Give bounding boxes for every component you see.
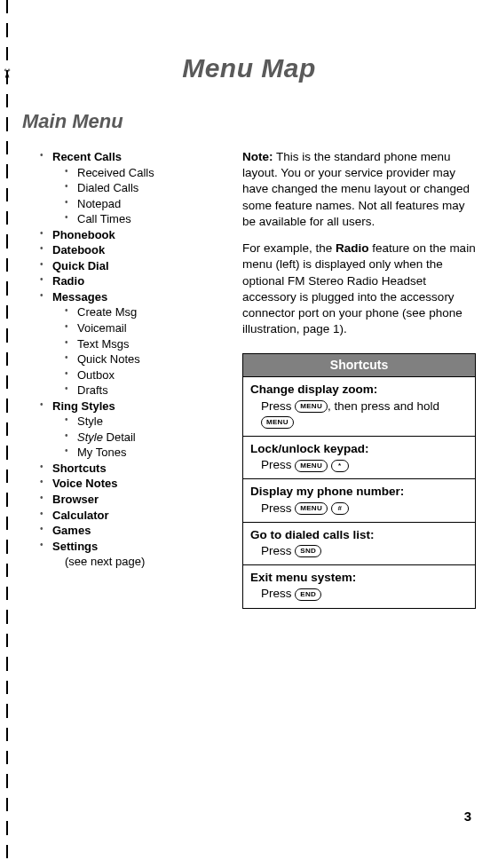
submenu-label: Notepad: [77, 197, 121, 210]
submenu-label: Quick Notes: [77, 352, 140, 366]
shortcut-title: Lock/unlock keypad:: [250, 441, 468, 457]
star-key-icon: *: [331, 460, 349, 472]
menu-item-messages: Messages Create Msg Voicemail Text Msgs …: [40, 289, 226, 398]
submenu-item: Quick Notes: [65, 351, 226, 367]
shortcut-item-dialed: Go to dialed calls list: Press SND: [243, 522, 475, 564]
submenu-item: Style: [65, 414, 226, 430]
menu-tree: Recent Calls Received Calls Dialed Calls…: [22, 149, 226, 609]
send-key-icon: SND: [295, 545, 321, 557]
shortcut-text: Press: [261, 399, 295, 413]
hash-key-icon: #: [331, 502, 349, 515]
menu-label: Calculator: [52, 509, 109, 522]
submenu-label: My Tones: [77, 446, 126, 459]
submenu-item: Drafts: [65, 383, 226, 398]
menu-item-datebook: Datebook: [40, 242, 226, 258]
submenu-item: Voicemail: [65, 320, 226, 336]
note-paragraph-2: For example, the Radio feature on the ma…: [242, 241, 476, 337]
menu-label: Messages: [52, 290, 107, 304]
menu-label: Datebook: [52, 243, 105, 256]
note-text: For example, the: [242, 241, 336, 255]
menu-label: Radio: [52, 274, 84, 288]
menu-item-ring-styles: Ring Styles Style Style Detail My Tones: [40, 398, 226, 461]
shortcut-text: Press: [261, 501, 295, 515]
menu-key-icon: MENU: [295, 460, 328, 472]
submenu-label: Dialed Calls: [77, 181, 138, 194]
submenu-label: Outbox: [77, 368, 115, 382]
menu-label: Ring Styles: [52, 399, 115, 413]
note-text: This is the standard phone menu layout. …: [242, 150, 470, 228]
shortcut-desc: Press MENU *: [250, 457, 468, 473]
shortcut-item-zoom: Change display zoom: Press MENU, then pr…: [243, 376, 475, 436]
shortcut-title: Display my phone number:: [250, 484, 468, 500]
submenu-item: Dialed Calls: [65, 180, 226, 196]
submenu-label-italic: Style: [77, 430, 103, 444]
shortcuts-header: Shortcuts: [243, 354, 475, 376]
menu-label: Games: [52, 524, 91, 537]
shortcut-item-lock: Lock/unlock keypad: Press MENU *: [243, 436, 475, 478]
submenu-label: Style: [77, 414, 103, 428]
shortcut-desc: Press END: [250, 586, 468, 602]
menu-item-settings: Settings (see next page): [40, 539, 226, 570]
menu-label: Settings: [52, 540, 98, 553]
submenu-item: Outbox: [65, 367, 226, 383]
note-paragraph-1: Note: This is the standard phone menu la…: [242, 149, 476, 230]
note-label: Note:: [242, 150, 273, 163]
menu-label: Phonebook: [52, 228, 115, 241]
menu-item-games: Games: [40, 523, 226, 539]
shortcut-item-phone-number: Display my phone number: Press MENU #: [243, 478, 475, 521]
page-number: 3: [464, 809, 471, 824]
menu-item-calculator: Calculator: [40, 508, 226, 524]
menu-item-shortcuts: Shortcuts: [40, 461, 226, 477]
shortcuts-box: Shortcuts Change display zoom: Press MEN…: [242, 353, 476, 608]
menu-label: Recent Calls: [52, 150, 122, 163]
submenu-label: Received Calls: [77, 166, 154, 179]
shortcut-desc: Press MENU, then press and hold MENU: [250, 398, 468, 430]
page-title: Menu Map: [22, 53, 476, 83]
shortcut-title: Exit menu system:: [250, 570, 468, 586]
end-key-icon: END: [295, 588, 321, 601]
section-title: Main Menu: [22, 110, 476, 133]
menu-label: Voice Notes: [52, 477, 117, 490]
menu-item-quick-dial: Quick Dial: [40, 258, 226, 274]
menu-key-icon: MENU: [295, 400, 328, 413]
submenu-label: Text Msgs: [77, 337, 130, 351]
menu-label: Quick Dial: [52, 259, 109, 272]
submenu-label: Voicemail: [77, 321, 127, 335]
submenu-item: Call Times: [65, 211, 226, 227]
shortcut-item-exit: Exit menu system: Press END: [243, 564, 475, 607]
menu-item-browser: Browser: [40, 492, 226, 508]
shortcut-text: Press: [261, 587, 295, 600]
note-column: Note: This is the standard phone menu la…: [242, 149, 476, 609]
menu-key-icon: MENU: [295, 502, 328, 515]
menu-item-recent-calls: Recent Calls Received Calls Dialed Calls…: [40, 149, 226, 227]
scissors-icon: ✂: [0, 68, 14, 79]
shortcut-title: Go to dialed calls list:: [250, 527, 468, 543]
menu-item-radio: Radio: [40, 273, 226, 289]
note-bold: Radio: [336, 241, 369, 255]
submenu-label: Drafts: [77, 383, 108, 397]
shortcut-text: Press: [261, 544, 295, 557]
submenu-item: Received Calls: [65, 165, 226, 181]
shortcut-text: Press: [261, 458, 295, 471]
shortcut-desc: Press SND: [250, 543, 468, 559]
menu-label: Browser: [52, 493, 99, 506]
shortcut-title: Change display zoom:: [250, 382, 468, 398]
submenu-item: Notepad: [65, 196, 226, 212]
submenu-item: Text Msgs: [65, 336, 226, 352]
submenu-label: Call Times: [77, 212, 131, 225]
menu-item-phonebook: Phonebook: [40, 227, 226, 243]
cut-line: [6, 0, 9, 868]
menu-key-icon: MENU: [261, 416, 294, 429]
menu-item-voice-notes: Voice Notes: [40, 476, 226, 492]
menu-label: Shortcuts: [52, 462, 107, 475]
note-text: feature on the main menu (left) is displ…: [242, 241, 476, 335]
shortcut-text: , then press and hold: [328, 399, 439, 413]
submenu-label: Create Msg: [77, 305, 137, 319]
shortcut-desc: Press MENU #: [250, 501, 468, 517]
submenu-item: Create Msg: [65, 304, 226, 320]
submenu-item: My Tones: [65, 445, 226, 461]
submenu-label: Detail: [103, 430, 136, 444]
settings-note: (see next page): [52, 554, 226, 570]
submenu-item: Style Detail: [65, 430, 226, 446]
content-wrapper: Recent Calls Received Calls Dialed Calls…: [22, 149, 476, 609]
